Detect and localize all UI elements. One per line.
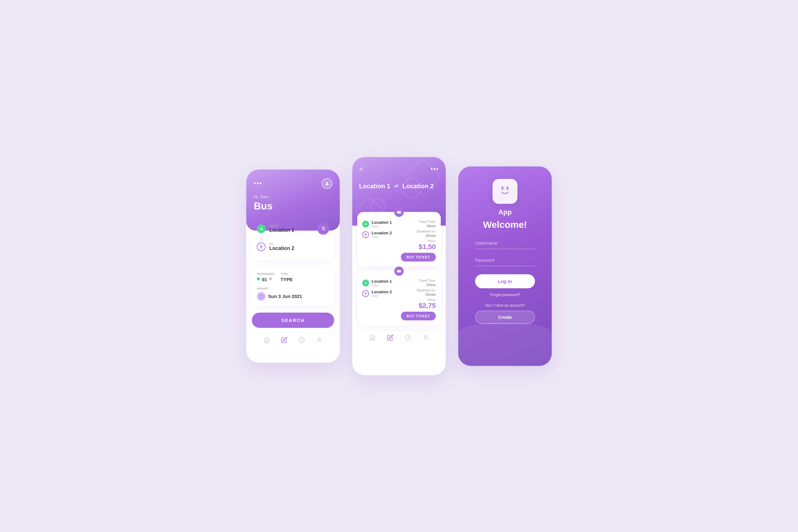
t2-price: $2,75 [401,302,436,310]
p2-route-label: Location 1 ⇌ Location 2 [359,183,439,190]
nav-home-icon[interactable] [264,337,270,345]
welcome-text: Welcome! [483,220,527,230]
ticket-1-left: Location 1 Date Location 2 Date [362,220,397,262]
svg-point-11 [365,293,366,293]
app-smiley-icon [497,182,512,200]
ticket-1-from-row: Location 1 Date [362,220,397,228]
t1-depart-label: Departure on: [401,230,436,233]
t2-from-icon [362,280,369,286]
from-label: FROM [269,224,294,228]
passenger-row: 01 [257,276,274,282]
swap-button[interactable]: ⇅ [317,223,329,235]
forgot-password-link[interactable]: Forgot password? [475,293,535,297]
menu-dots-icon[interactable]: ••• [254,180,262,187]
to-icon [257,243,266,251]
avatar-icon[interactable] [322,178,332,189]
t2-from-date: Date [372,284,392,287]
calendar-icon [257,292,266,301]
ticket-2-left: Location 1 Date Location 2 Date [362,279,397,320]
svg-point-9 [365,234,366,235]
type-block: TYPE TYPE [281,270,293,282]
svg-rect-10 [397,270,401,272]
p2-nav-clock-icon[interactable] [405,335,411,342]
create-button[interactable]: Create [475,311,535,324]
depart-value[interactable]: Sun 3 Jun 2021 [268,293,302,299]
passenger-value[interactable]: 01 [262,277,267,282]
passenger-block: PASSENGER 01 [257,270,274,282]
to-value[interactable]: Location 2 [269,246,294,251]
p2-body: Location 1 Date Location 2 Date [352,212,446,350]
ticket-card-1: Location 1 Date Location 2 Date [357,212,441,266]
t1-to-icon [362,231,369,238]
t2-to-date: Date [372,294,392,298]
t1-from-icon [362,221,369,228]
type-label: TYPE [281,272,288,276]
from-value[interactable]: Location 1 [269,228,294,233]
from-icon [257,224,266,233]
nav-user-icon[interactable] [316,337,322,345]
svg-point-18 [507,187,508,188]
t2-to-icon [362,290,369,297]
svg-rect-8 [397,211,401,213]
nav-edit-icon[interactable] [281,337,287,345]
t2-price-label: Price: [401,298,436,302]
svg-rect-2 [260,295,263,298]
username-input[interactable] [475,238,535,249]
p2-route-arrow: ⇌ [394,183,399,189]
more-dots-icon[interactable]: ••• [431,166,439,173]
p1-header: ••• Hi, Jhon Bus [246,170,340,231]
type-value[interactable]: TYPE [281,277,293,282]
t1-travel-val: 30min [401,224,436,228]
p1-top-bar: ••• [254,178,332,189]
t1-price-label: Price: [401,239,436,243]
p2-bottom-nav [357,330,441,345]
t1-from-loc: Location 1 [372,220,392,225]
p2-nav-user-icon[interactable] [423,335,429,342]
screens-container: ••• Hi, Jhon Bus FROM Location 1 [246,157,552,375]
ticket-1-to-row: Location 2 Date [362,231,397,239]
search-button[interactable]: SEARCH [252,312,334,328]
t1-buy-button[interactable]: BUY TICKET [401,253,436,262]
phone-tickets: < ••• Location 1 ⇌ Location 2 [352,157,446,375]
to-row: TO Location 2 [257,243,329,251]
t2-depart-label: Departure on: [401,289,436,292]
ticket-1-right: Travel Time: 30min Departure on: 15mint … [401,220,436,262]
back-button[interactable]: < [359,165,363,173]
from-text: FROM Location 1 [269,224,294,233]
passenger-label: PASSENGER [257,272,274,276]
p3-top: App Welcome! Log In Forgot password? Don… [458,167,552,333]
t1-to-date: Date [372,235,392,239]
t2-travel-label: Travel Time: [401,279,436,282]
bus-badge-1 [394,208,404,217]
svg-point-13 [424,335,427,337]
svg-point-1 [261,246,262,247]
t1-depart-val: 15mint [401,234,436,238]
t2-depart-val: 25mint [401,293,436,297]
ticket-2-content: Location 1 Date Location 2 Date [362,279,436,320]
info-card: PASSENGER 01 TYPE TYPE DEPART [252,265,334,306]
to-label: TO [269,243,294,246]
p2-nav-home-icon[interactable] [369,335,376,342]
nav-clock-icon[interactable] [299,337,305,345]
ticket-2-from-row: Location 1 Date [362,279,397,287]
app-name-text: App [498,208,512,216]
svg-point-0 [326,182,328,183]
to-text: TO Location 2 [269,243,294,251]
ticket-2-right: Travel Time: 20min Departure on: 25mint … [401,279,436,320]
no-account-text: Don`t have an account? [475,303,535,308]
dot-grey [269,278,272,281]
p2-nav-edit-icon[interactable] [387,335,393,342]
t2-buy-button[interactable]: BUY TICKET [401,312,436,320]
route-divider [261,237,262,241]
from-row: FROM Location 1 ⇅ [257,224,329,233]
t2-travel-val: 20min [401,283,436,287]
t1-price: $1,50 [401,243,436,251]
bottom-nav [252,332,334,348]
depart-row: Sun 3 Jun 2021 [257,292,329,301]
bus-badge-2 [394,266,404,276]
p2-from-loc: Location 1 [359,183,390,190]
password-input[interactable] [475,254,535,266]
t2-to-loc: Location 2 [372,289,392,294]
login-button[interactable]: Log In [475,274,535,288]
p2-to-loc: Location 2 [402,183,434,190]
